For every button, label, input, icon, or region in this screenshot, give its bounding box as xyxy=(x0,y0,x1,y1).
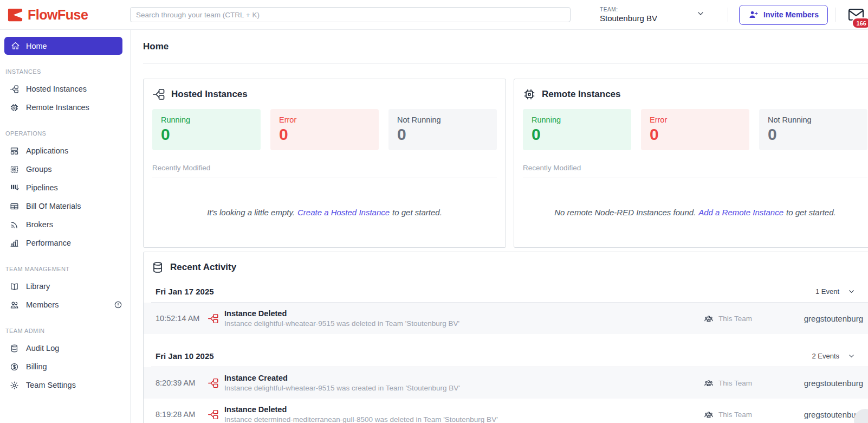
user-plus-icon xyxy=(748,10,759,20)
stat-label: Not Running xyxy=(397,116,488,124)
team-chevron-down-icon[interactable] xyxy=(696,9,705,20)
stat-label: Error xyxy=(279,116,370,124)
sidebar-item-label: Library xyxy=(26,282,50,291)
team-selector[interactable]: TEAM: Stoutenburg BV xyxy=(600,7,688,23)
activity-group: Fri Jan 10 2025 2 Events 8:20:39 AM Inst… xyxy=(144,346,868,423)
team-selector-name: Stoutenburg BV xyxy=(600,14,688,23)
team-users-icon xyxy=(704,378,714,388)
stat-value: 0 xyxy=(397,125,488,143)
team-users-icon xyxy=(704,409,714,419)
sidebar-item-members[interactable]: Members xyxy=(0,296,130,314)
event-title: Instance Created xyxy=(224,374,460,382)
sidebar-item-performance[interactable]: Performance xyxy=(0,234,130,252)
sidebar: Home INSTANCES Hosted Instances Remote I… xyxy=(0,30,131,423)
empty-state-text: to get started. xyxy=(786,208,836,217)
sidebar-item-audit-log[interactable]: Audit Log xyxy=(0,339,130,357)
event-title: Instance Deleted xyxy=(224,309,459,318)
activity-group-toggle[interactable]: 1 Event xyxy=(815,287,856,296)
remote-instances-card: Remote Instances Running 0 Error 0 Not R… xyxy=(514,79,868,248)
sidebar-item-label: Performance xyxy=(26,239,71,247)
event-scope-label: This Team xyxy=(718,411,752,419)
stat-value: 0 xyxy=(650,125,741,143)
notification-count-badge: 166 xyxy=(852,17,868,29)
page-divider xyxy=(143,63,868,64)
stat-value: 0 xyxy=(279,125,370,143)
sidebar-section-instances: INSTANCES xyxy=(0,68,130,75)
empty-state-text: It's looking a little empty. xyxy=(207,208,295,217)
activity-event-row[interactable]: 8:20:39 AM Instance Created Instance del… xyxy=(144,367,868,399)
sidebar-item-hosted-instances[interactable]: Hosted Instances xyxy=(0,80,130,98)
chevron-down-icon xyxy=(847,352,856,360)
sidebar-item-label: Applications xyxy=(26,146,68,155)
hosted-instances-card: Hosted Instances Running 0 Error 0 Not R… xyxy=(143,79,506,248)
sidebar-item-library[interactable]: Library xyxy=(0,277,130,296)
sidebar-item-label: Hosted Instances xyxy=(26,85,87,93)
top-bar: FlowFuse TEAM: Stoutenburg BV Invite Mem… xyxy=(0,0,868,30)
sidebar-item-bill-of-materials[interactable]: Bill Of Materials xyxy=(0,197,130,215)
page-title: Home xyxy=(143,41,868,52)
hosted-empty-state: It's looking a little empty. Create a Ho… xyxy=(152,177,497,247)
recently-modified-label: Recently Modified xyxy=(523,164,867,177)
hosted-not-running-stat: Not Running 0 xyxy=(388,109,497,150)
create-hosted-instance-link[interactable]: Create a Hosted Instance xyxy=(297,208,390,217)
event-time: 8:19:28 AM xyxy=(156,410,208,419)
hosted-instances-icon xyxy=(10,85,19,94)
event-scope-label: This Team xyxy=(718,315,752,323)
activity-group: Fri Jan 17 2025 1 Event 10:52:14 AM Inst… xyxy=(144,281,868,334)
sidebar-item-label: Members xyxy=(26,300,59,309)
add-remote-instance-link[interactable]: Add a Remote Instance xyxy=(698,208,783,217)
stat-value: 0 xyxy=(532,125,623,143)
brokers-icon xyxy=(10,220,19,229)
instance-event-icon xyxy=(208,313,219,324)
home-icon xyxy=(11,41,20,50)
stat-label: Error xyxy=(650,116,741,124)
activity-group-toggle[interactable]: 2 Events xyxy=(812,352,856,360)
recent-activity-icon xyxy=(151,261,164,274)
sidebar-item-label: Bill Of Materials xyxy=(26,202,81,210)
sidebar-item-brokers[interactable]: Brokers xyxy=(0,215,130,234)
flowfuse-logo-icon xyxy=(7,7,23,23)
sidebar-item-label: Billing xyxy=(26,362,47,371)
invite-members-button[interactable]: Invite Members xyxy=(739,5,828,25)
empty-state-text: No remote Node-RED Instances found. xyxy=(554,208,696,217)
topbar-divider xyxy=(835,8,836,22)
event-scope-label: This Team xyxy=(718,379,752,387)
team-selector-label: TEAM: xyxy=(600,7,688,12)
sidebar-item-team-settings[interactable]: Team Settings xyxy=(0,376,130,394)
empty-state-text: to get started. xyxy=(392,208,442,217)
flowfuse-logo[interactable]: FlowFuse xyxy=(0,7,130,23)
remote-running-stat: Running 0 xyxy=(523,109,631,150)
instance-event-icon xyxy=(208,377,219,389)
search-input[interactable] xyxy=(130,7,571,22)
audit-log-icon xyxy=(10,344,19,353)
activity-event-row[interactable]: 8:19:28 AM Instance Deleted Instance det… xyxy=(144,399,868,423)
sidebar-item-billing[interactable]: Billing xyxy=(0,357,130,376)
instance-event-icon xyxy=(208,409,219,420)
remote-empty-state: No remote Node-RED Instances found. Add … xyxy=(523,177,867,247)
sidebar-item-groups[interactable]: Groups xyxy=(0,160,130,178)
remote-not-running-stat: Not Running 0 xyxy=(759,109,867,150)
event-count: 1 Event xyxy=(815,287,839,296)
remote-instances-icon xyxy=(10,103,19,112)
bill-of-materials-icon xyxy=(10,202,19,211)
sidebar-item-home[interactable]: Home xyxy=(4,37,122,55)
sidebar-item-label: Remote Instances xyxy=(26,103,89,112)
pipelines-icon xyxy=(10,183,19,193)
team-users-icon xyxy=(704,313,714,323)
event-user: gregstoutenburg xyxy=(752,379,863,388)
groups-icon xyxy=(10,165,19,174)
activity-event-row[interactable]: 10:52:14 AM Instance Deleted Instance de… xyxy=(144,303,868,334)
sidebar-item-remote-instances[interactable]: Remote Instances xyxy=(0,98,130,117)
event-description: Instance delightful-wheatear-9515 was de… xyxy=(224,319,459,328)
event-user: gregstoutenburg xyxy=(752,410,863,419)
sidebar-item-label: Home xyxy=(26,42,47,50)
sidebar-item-applications[interactable]: Applications xyxy=(0,142,130,160)
hosted-running-stat: Running 0 xyxy=(152,109,261,150)
sidebar-item-pipelines[interactable]: Pipelines xyxy=(0,178,130,197)
stat-value: 0 xyxy=(161,125,252,143)
sidebar-item-label: Audit Log xyxy=(26,344,59,352)
notifications-button[interactable]: 166 xyxy=(847,8,865,22)
topbar-divider xyxy=(728,8,728,22)
event-count: 2 Events xyxy=(812,352,839,360)
remote-instances-icon xyxy=(523,88,536,101)
